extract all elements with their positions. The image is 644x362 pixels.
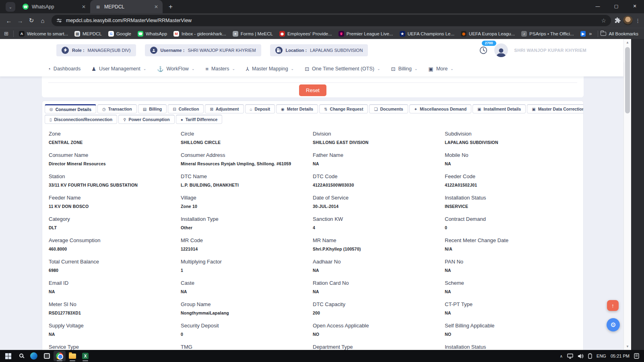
bookmark-label: Premier League Live... bbox=[347, 31, 393, 36]
tab-collection[interactable]: ⊟Collection bbox=[168, 104, 204, 113]
tab-miscellaneous-demand[interactable]: ✦Miscellaneous Demand bbox=[409, 104, 472, 113]
explorer-taskbar-icon[interactable] bbox=[66, 351, 78, 361]
scrollbar-thumb[interactable] bbox=[625, 47, 630, 113]
bookmark-item[interactable]: ♪PSArips • The Offici... bbox=[518, 30, 576, 38]
notification-center-icon[interactable] bbox=[634, 353, 639, 359]
network-icon[interactable] bbox=[567, 354, 573, 359]
back-icon[interactable]: ← bbox=[3, 15, 14, 26]
address-bar[interactable]: mepdcl.ubs.ieasybill.com/RRMasterView/RR… bbox=[52, 15, 611, 26]
field-label: Open Access Applicable bbox=[313, 323, 445, 329]
tab-deposit[interactable]: ⌂Deposit bbox=[245, 104, 275, 113]
page-scrollbar[interactable]: ▲ ▼ bbox=[623, 39, 631, 350]
bookmark-favicon-icon: ★ bbox=[400, 31, 405, 37]
bookmark-item[interactable]: ●Forms | MeECL bbox=[230, 30, 276, 38]
extensions-icon[interactable] bbox=[614, 17, 621, 24]
tab-billing[interactable]: ▤Billing bbox=[138, 104, 167, 113]
browser-tab-mepdcl[interactable]: ▤MEPDCL✕ bbox=[90, 0, 163, 13]
bookmark-item[interactable]: MInbox - gideonkhark... bbox=[171, 30, 229, 38]
volume-icon[interactable] bbox=[578, 354, 584, 359]
bookmark-item[interactable]: ▶480p, 720p, & 1080... bbox=[578, 30, 586, 38]
nav-label: Billing bbox=[398, 66, 411, 72]
bookmark-item[interactable]: ◉Employees' Provide... bbox=[277, 30, 335, 38]
bookmark-item[interactable]: AWelcome to smart... bbox=[16, 30, 71, 38]
bookmark-item[interactable]: ▤MEPDCL bbox=[72, 30, 105, 38]
bookmark-item[interactable]: ♛Premier League Live... bbox=[336, 30, 396, 38]
field-subdivision: SubdivisionLAPALANG SUBDIVISION bbox=[445, 130, 577, 151]
nav-item-workflow[interactable]: ⚓WorkFlow⌄ bbox=[157, 66, 194, 72]
reset-button[interactable]: Reset bbox=[299, 84, 326, 96]
browser-profile-avatar[interactable] bbox=[623, 16, 633, 25]
scroll-up-icon[interactable]: ▲ bbox=[624, 41, 631, 44]
url-text[interactable]: mepdcl.ubs.ieasybill.com/RRMasterView/RR… bbox=[66, 18, 597, 23]
session-timer[interactable]: 2700 bbox=[479, 46, 488, 55]
field-meter-sl-no: Meter Sl NoRSD127783XD1 bbox=[49, 300, 181, 321]
tab-documents[interactable]: ❏Documents bbox=[369, 104, 408, 113]
tab-consumer-details[interactable]: ◎Consumer Details bbox=[45, 104, 96, 113]
field-value: NA bbox=[445, 161, 577, 166]
role-value: MANAGER(SUB DIV) bbox=[88, 48, 131, 53]
bookmark-item[interactable]: ☎WhatsApp bbox=[135, 30, 170, 38]
tab-installment-details[interactable]: ▣Installment Details bbox=[473, 104, 526, 113]
detail-tabs-row1: ◎Consumer Details◷Transaction▤Billing⊟Co… bbox=[42, 104, 583, 113]
minimize-button[interactable]: — bbox=[588, 0, 607, 12]
forward-icon[interactable]: → bbox=[14, 15, 26, 26]
tab-close-icon[interactable]: ✕ bbox=[153, 4, 159, 10]
timer-badge: 2700 bbox=[482, 41, 496, 46]
edge-taskbar-icon[interactable] bbox=[28, 351, 40, 361]
chrome-icon bbox=[56, 352, 63, 360]
bookmark-item[interactable]: ★UEFA Champions Le... bbox=[397, 30, 457, 38]
tab-change-request[interactable]: ⇅Change Request bbox=[319, 104, 368, 113]
settings-fab[interactable]: ⚙ bbox=[607, 318, 620, 331]
tab-transaction[interactable]: ◷Transaction bbox=[97, 104, 137, 113]
tab-tariff-difference[interactable]: ●Tariff Difference bbox=[176, 115, 223, 124]
scroll-to-top-button[interactable]: ↑ bbox=[607, 300, 619, 311]
tab-power-consumption[interactable]: ⚲Power Consumption bbox=[118, 115, 174, 124]
tab-master-data-correction[interactable]: ▣Master Data Correction bbox=[527, 104, 584, 113]
browser-menu-icon[interactable]: ⋮ bbox=[635, 18, 641, 24]
all-bookmarks-button[interactable]: All Bookmarks bbox=[601, 31, 640, 36]
bookmark-item[interactable]: GGoogle bbox=[105, 30, 134, 38]
field-label: DTC Name bbox=[181, 173, 313, 179]
nav-item-master-mapping[interactable]: ⅄Master Mapping⌄ bbox=[246, 66, 294, 72]
scroll-down-icon[interactable]: ▼ bbox=[624, 345, 631, 348]
tab-meter-details[interactable]: ◉Meter Details bbox=[276, 104, 318, 113]
close-button[interactable]: ✕ bbox=[625, 0, 644, 12]
nav-item-more[interactable]: ▣More⌄ bbox=[428, 66, 453, 72]
search-taskbar-icon[interactable] bbox=[15, 351, 27, 361]
browser-tab-whatsapp[interactable]: ☎WhatsApp✕ bbox=[18, 0, 90, 13]
tab-search-button[interactable]: ⌄ bbox=[6, 2, 15, 12]
profile-avatar[interactable] bbox=[494, 43, 508, 57]
tab-disconnection-reconnection[interactable]: ▯Disconnection/Reconnection bbox=[45, 115, 117, 124]
start-taskbar-icon[interactable] bbox=[2, 351, 14, 361]
tab-close-icon[interactable]: ✕ bbox=[80, 4, 87, 10]
hidden-icons-chevron[interactable]: ∧ bbox=[560, 354, 563, 358]
reload-icon[interactable]: ↻ bbox=[26, 15, 37, 26]
excel-taskbar-icon[interactable]: X bbox=[79, 351, 91, 361]
field-value: N/A bbox=[445, 247, 577, 251]
screen: ⌄ ☎WhatsApp✕▤MEPDCL✕ + — ▢ ✕ ← → ↻ ⌂ mep… bbox=[0, 0, 644, 362]
field-value: 11 KV DON BOSCO bbox=[49, 204, 181, 209]
language-indicator[interactable]: ENG bbox=[597, 354, 606, 358]
site-info-icon[interactable] bbox=[56, 18, 62, 23]
maximize-button[interactable]: ▢ bbox=[607, 0, 625, 12]
battery-icon[interactable] bbox=[588, 353, 592, 359]
nav-item-billing[interactable]: ⊡Billing⌄ bbox=[391, 66, 418, 72]
nav-item-user-management[interactable]: ♟User Management⌄ bbox=[91, 66, 146, 72]
new-tab-button[interactable]: + bbox=[165, 1, 176, 12]
apps-grid-icon[interactable]: ⊞ bbox=[4, 31, 8, 37]
detail-tabs-row2: ▯Disconnection/Reconnection⚲Power Consum… bbox=[42, 115, 583, 124]
bookmarks-overflow-icon[interactable]: » bbox=[586, 31, 595, 37]
clock-time[interactable]: 05:21 PM bbox=[611, 354, 630, 358]
username-label: Username : bbox=[161, 48, 185, 53]
home-icon[interactable]: ⌂ bbox=[37, 15, 48, 26]
bookmark-star-icon[interactable]: ☆ bbox=[601, 17, 606, 24]
field-value: 0 bbox=[181, 332, 313, 337]
bookmark-item[interactable]: ◍UEFA Europa Leagu... bbox=[458, 30, 518, 38]
chrome-taskbar-icon[interactable] bbox=[54, 351, 66, 361]
bolt-icon bbox=[62, 47, 69, 54]
taskview-taskbar-icon[interactable] bbox=[41, 351, 53, 361]
tab-adjustment[interactable]: ⊠Adjustment bbox=[205, 104, 244, 113]
nav-item-masters[interactable]: ≡Masters⌄ bbox=[205, 66, 235, 72]
nav-item-one-time-settlement-ots-[interactable]: ⊡One Time Settlement (OTS)⌄ bbox=[305, 66, 380, 72]
nav-item-dashboards[interactable]: ◔Dashboards bbox=[47, 66, 80, 72]
